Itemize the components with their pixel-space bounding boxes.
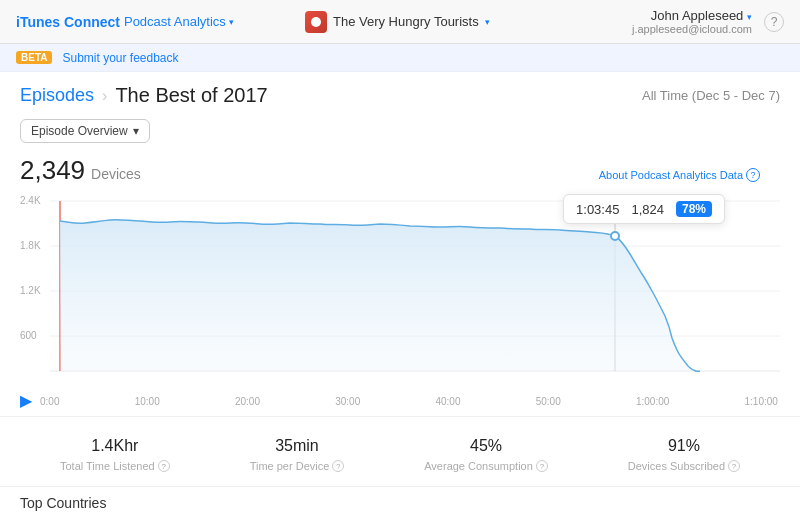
breadcrumb-current: The Best of 2017 [115,84,267,107]
dropdown-label: Episode Overview [31,124,128,138]
top-nav: iTunes Connect Podcast Analytics ▾ The V… [0,0,800,44]
app-label: Podcast Analytics [124,14,226,29]
tooltip-time: 1:03:45 [576,202,619,217]
devices-label: Devices [91,166,141,182]
app-chevron-icon: ▾ [229,17,234,27]
breadcrumb-separator: › [102,87,107,105]
info-icon-4: ? [728,460,740,472]
stat-time-per-device-label: Time per Device ? [250,460,345,472]
app-selector[interactable]: Podcast Analytics ▾ [124,14,234,29]
x-label-1: 10:00 [135,396,160,407]
stat-time-per-device-value: 35min [275,431,319,457]
x-label-4: 40:00 [435,396,460,407]
x-label-7: 1:10:00 [745,396,778,407]
stat-total-time-label: Total Time Listened ? [60,460,170,472]
user-info: John Appleseed ▾ j.appleseed@icloud.com [632,8,752,35]
svg-text:2.4K: 2.4K [20,195,41,206]
countries-title: Top Countries [20,495,780,511]
svg-text:1.2K: 1.2K [20,285,41,296]
podcast-selector[interactable]: The Very Hungry Tourists ▾ [305,11,490,33]
breadcrumb-bar: Episodes › The Best of 2017 All Time (De… [0,72,800,115]
feedback-link[interactable]: Submit your feedback [62,51,178,65]
beta-bar: beta Submit your feedback [0,44,800,72]
brand-label: iTunes Connect [16,14,120,30]
svg-point-11 [611,232,619,240]
chart-tooltip: 1:03:45 1,824 78% [563,194,725,224]
info-icon-2: ? [332,460,344,472]
play-button[interactable]: ▶ [20,391,32,410]
stat-total-time: 1.4Khr Total Time Listened ? [60,431,170,472]
x-label-2: 20:00 [235,396,260,407]
stat-total-time-value: 1.4Khr [91,431,138,457]
info-icon-1: ? [158,460,170,472]
beta-badge: beta [16,51,52,64]
stat-avg-consumption-value: 45% [470,431,502,457]
countries-section: Top Countries 🇺🇸 1 United States 1,560 7… [0,486,800,514]
stat-time-per-device: 35min Time per Device ? [250,431,345,472]
user-chevron-icon: ▾ [747,12,752,22]
bottom-stats: 1.4Khr Total Time Listened ? 35min Time … [0,416,800,486]
user-name[interactable]: John Appleseed ▾ [651,8,752,23]
podcast-thumbnail [305,11,327,33]
svg-text:1.8K: 1.8K [20,240,41,251]
x-label-3: 30:00 [335,396,360,407]
svg-text:600: 600 [20,330,37,341]
x-axis-labels: 0:00 10:00 20:00 30:00 40:00 50:00 1:00:… [38,396,780,407]
help-button[interactable]: ? [764,12,784,32]
about-data-link[interactable]: About Podcast Analytics Data ? [599,168,760,182]
stat-devices-subscribed: 91% Devices Subscribed ? [628,431,740,472]
stat-devices-subscribed-value: 91% [668,431,700,457]
stat-header: 2,349 Devices About Podcast Analytics Da… [0,151,800,186]
tooltip-devices: 1,824 [631,202,664,217]
chart-area: 2.4K 1.8K 1.2K 600 1:03:45 1,824 [20,186,780,391]
x-label-6: 1:00:00 [636,396,669,407]
x-label-5: 50:00 [536,396,561,407]
breadcrumb-parent[interactable]: Episodes [20,85,94,106]
info-icon-3: ? [536,460,548,472]
stat-avg-consumption: 45% Average Consumption ? [424,431,548,472]
date-range: All Time (Dec 5 - Dec 7) [642,88,780,103]
devices-count: 2,349 [20,155,85,186]
stat-devices-subscribed-label: Devices Subscribed ? [628,460,740,472]
info-icon: ? [746,168,760,182]
episode-overview-dropdown[interactable]: Episode Overview ▾ [20,119,150,143]
tooltip-percentage: 78% [676,201,712,217]
podcast-name: The Very Hungry Tourists [333,14,479,29]
user-email: j.appleseed@icloud.com [632,23,752,35]
x-axis-row: ▶ 0:00 10:00 20:00 30:00 40:00 50:00 1:0… [0,391,800,410]
podcast-chevron-icon: ▾ [485,17,490,27]
dropdown-chevron-icon: ▾ [133,124,139,138]
x-label-0: 0:00 [40,396,59,407]
podcast-thumb-inner [311,17,321,27]
breadcrumb: Episodes › The Best of 2017 [20,84,268,107]
stat-avg-consumption-label: Average Consumption ? [424,460,548,472]
